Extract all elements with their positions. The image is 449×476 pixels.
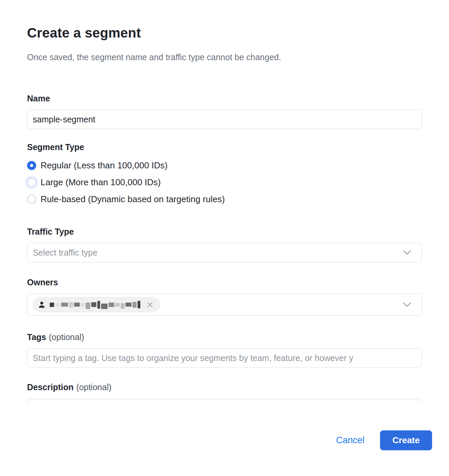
redacted-owner-name bbox=[50, 300, 140, 309]
radio-unselected-icon[interactable] bbox=[27, 178, 36, 187]
radio-unselected-icon[interactable] bbox=[27, 195, 36, 204]
owners-label: Owners bbox=[27, 277, 422, 287]
dialog-footer: Cancel Create bbox=[0, 430, 449, 450]
radio-option-regular[interactable]: Regular (Less than 100,000 IDs) bbox=[27, 157, 422, 174]
tags-input[interactable] bbox=[27, 348, 422, 368]
description-label-text: Description bbox=[27, 382, 74, 392]
radio-option-label: Rule-based (Dynamic based on targeting r… bbox=[41, 194, 225, 205]
cancel-button[interactable]: Cancel bbox=[336, 435, 364, 446]
remove-owner-icon[interactable] bbox=[146, 301, 153, 308]
segment-name-input[interactable] bbox=[27, 110, 422, 129]
radio-option-label: Regular (Less than 100,000 IDs) bbox=[41, 160, 168, 171]
owners-select[interactable] bbox=[27, 293, 422, 316]
dialog-subtitle: Once saved, the segment name and traffic… bbox=[27, 52, 422, 62]
description-label: Description(optional) bbox=[27, 382, 422, 392]
tags-label: Tags(optional) bbox=[27, 332, 422, 342]
create-button[interactable]: Create bbox=[380, 430, 432, 450]
create-segment-dialog: Create a segment Once saved, the segment… bbox=[0, 0, 449, 403]
traffic-type-select[interactable]: Select traffic type bbox=[27, 243, 422, 262]
segment-type-label: Segment Type bbox=[27, 142, 422, 152]
owner-chip[interactable] bbox=[33, 297, 160, 312]
chevron-down-icon bbox=[403, 250, 411, 255]
tags-label-text: Tags bbox=[27, 332, 46, 342]
page-title: Create a segment bbox=[27, 24, 422, 41]
segment-type-radio-group: Regular (Less than 100,000 IDs) Large (M… bbox=[27, 157, 422, 208]
chevron-down-icon bbox=[403, 302, 411, 307]
traffic-type-label: Traffic Type bbox=[27, 227, 422, 237]
traffic-type-placeholder: Select traffic type bbox=[33, 248, 403, 258]
name-label: Name bbox=[27, 93, 422, 103]
description-optional-text: (optional) bbox=[76, 382, 112, 392]
person-icon bbox=[38, 301, 46, 309]
tags-optional-text: (optional) bbox=[49, 332, 84, 342]
radio-option-label: Large (More than 100,000 IDs) bbox=[41, 177, 161, 188]
radio-option-large[interactable]: Large (More than 100,000 IDs) bbox=[27, 174, 422, 191]
radio-selected-icon[interactable] bbox=[27, 161, 36, 170]
radio-option-rule-based[interactable]: Rule-based (Dynamic based on targeting r… bbox=[27, 191, 422, 208]
description-textarea[interactable] bbox=[27, 399, 422, 403]
